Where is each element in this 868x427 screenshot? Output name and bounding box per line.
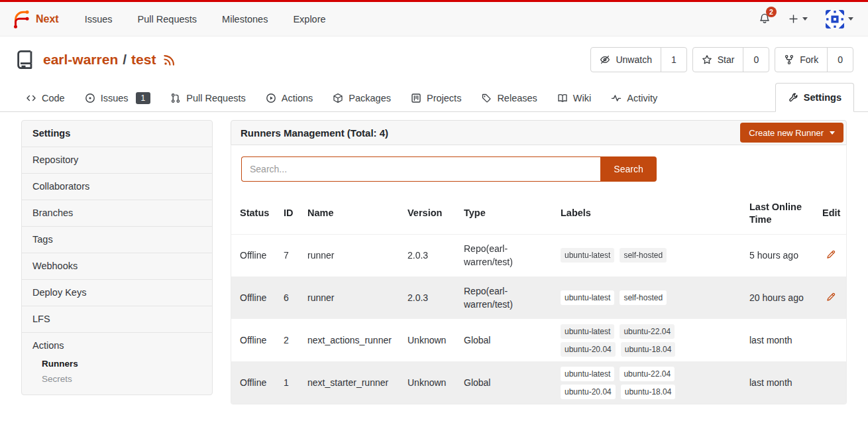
pulse-icon xyxy=(611,93,622,103)
runners-panel: Runners Management (Total: 4) Create new… xyxy=(231,120,847,404)
create-new-runner-button[interactable]: Create new Runner xyxy=(740,123,843,143)
sidebar-item-actions[interactable]: Actions xyxy=(32,340,201,351)
chevron-down-icon xyxy=(802,17,808,21)
runner-last-online: last month xyxy=(749,319,822,361)
star-button-group: Star 0 xyxy=(692,47,769,72)
brand-home-link[interactable]: Next xyxy=(11,9,59,29)
sidebar-item-repository[interactable]: Repository xyxy=(22,147,212,174)
runner-edit xyxy=(822,319,846,361)
runner-labels: ubuntu-latest self-hosted xyxy=(561,234,749,276)
top-navbar: Next Issues Pull Requests Milestones Exp… xyxy=(0,2,868,36)
label-chip: ubuntu-latest xyxy=(561,248,614,263)
rss-icon xyxy=(163,54,176,66)
edit-pencil-icon[interactable] xyxy=(826,249,836,260)
fork-button-group: Fork 0 xyxy=(775,47,853,72)
label-chip: ubuntu-latest xyxy=(561,367,614,381)
fork-button[interactable]: Fork xyxy=(775,48,828,72)
book-icon xyxy=(557,93,568,103)
runner-version: 2.0.3 xyxy=(407,234,464,276)
panel-title: Runners Management (Total: 4) xyxy=(241,127,388,139)
nav-link-pull-requests[interactable]: Pull Requests xyxy=(138,14,197,25)
panel-body: Search Status ID Name Version Type Label… xyxy=(231,145,847,404)
runner-labels: ubuntu-latest ubuntu-22.04 ubuntu-20.04 … xyxy=(561,319,749,361)
tab-wiki[interactable]: Wiki xyxy=(547,84,601,112)
tab-activity[interactable]: Activity xyxy=(601,84,667,112)
code-icon xyxy=(26,93,36,103)
chevron-down-icon xyxy=(830,131,835,135)
search-input[interactable] xyxy=(241,156,600,182)
table-row: Offline 2 next_actions_runner Unknown Gl… xyxy=(231,319,846,361)
runner-last-online: 20 hours ago xyxy=(749,276,822,319)
sidebar-item-webhooks[interactable]: Webhooks xyxy=(22,253,212,280)
runner-name: next_starter_runner xyxy=(307,361,407,404)
label-chip: ubuntu-22.04 xyxy=(620,324,675,339)
runner-last-online: last month xyxy=(749,361,822,404)
sidebar-item-branches[interactable]: Branches xyxy=(22,200,212,227)
label-chip: ubuntu-18.04 xyxy=(621,342,676,357)
repo-owner-link[interactable]: earl-warren xyxy=(43,52,118,68)
search-button[interactable]: Search xyxy=(600,156,657,182)
nav-link-milestones[interactable]: Milestones xyxy=(222,14,268,25)
sidebar-item-tags[interactable]: Tags xyxy=(22,227,212,253)
tab-issues[interactable]: Issues 1 xyxy=(75,84,161,112)
git-fork-icon xyxy=(784,54,794,65)
play-circle-icon xyxy=(266,93,276,103)
repo-title: earl-warren / test xyxy=(43,52,176,68)
tab-settings[interactable]: Settings xyxy=(775,83,854,112)
settings-sidebar: Settings Repository Collaborators Branch… xyxy=(21,120,213,395)
forks-count[interactable]: 0 xyxy=(828,48,853,72)
create-new-menu-button[interactable] xyxy=(788,14,808,24)
create-new-runner-label: Create new Runner xyxy=(749,128,824,138)
tab-packages[interactable]: Packages xyxy=(323,84,401,112)
notifications-button[interactable]: 2 xyxy=(759,12,771,27)
eye-slash-icon xyxy=(600,54,610,65)
tab-code[interactable]: Code xyxy=(16,84,75,112)
sidebar-item-runners[interactable]: Runners xyxy=(42,356,201,371)
nav-link-issues[interactable]: Issues xyxy=(85,14,113,25)
nav-link-explore[interactable]: Explore xyxy=(293,14,325,25)
runner-version: Unknown xyxy=(407,319,464,361)
tag-icon xyxy=(481,93,492,103)
sidebar-item-secrets[interactable]: Secrets xyxy=(42,371,201,387)
tab-releases[interactable]: Releases xyxy=(471,84,547,112)
col-header-labels: Labels xyxy=(561,193,749,234)
star-label: Star xyxy=(718,54,735,65)
sidebar-item-deploy-keys[interactable]: Deploy Keys xyxy=(22,280,212,306)
star-button[interactable]: Star xyxy=(693,48,744,72)
brand-name: Next xyxy=(36,13,59,25)
page-content: Settings Repository Collaborators Branch… xyxy=(0,112,868,404)
runner-id: 6 xyxy=(284,276,307,319)
tab-label: Packages xyxy=(349,93,391,103)
sidebar-item-lfs[interactable]: LFS xyxy=(22,306,212,333)
unwatch-button[interactable]: Unwatch xyxy=(591,48,661,72)
watchers-count[interactable]: 1 xyxy=(661,48,686,72)
table-row: Offline 1 next_starter_runner Unknown Gl… xyxy=(231,361,846,404)
runner-id: 2 xyxy=(284,319,307,361)
user-menu-button[interactable] xyxy=(826,10,853,29)
issue-opened-icon xyxy=(85,93,95,103)
tab-pull-requests[interactable]: Pull Requests xyxy=(160,84,255,112)
notification-count-badge: 2 xyxy=(766,7,777,17)
sidebar-item-collaborators[interactable]: Collaborators xyxy=(22,174,212,200)
col-header-version: Version xyxy=(407,193,464,234)
issues-count-badge: 1 xyxy=(136,92,151,104)
repository-icon xyxy=(15,50,34,70)
stars-count[interactable]: 0 xyxy=(743,48,769,72)
runners-table: Status ID Name Version Type Labels Last … xyxy=(231,193,846,404)
runner-labels: ubuntu-latest ubuntu-22.04 ubuntu-20.04 … xyxy=(561,361,749,404)
rss-feed-button[interactable] xyxy=(163,54,176,66)
tab-projects[interactable]: Projects xyxy=(401,84,471,112)
runner-name: runner xyxy=(307,276,407,319)
table-header-row: Status ID Name Version Type Labels Last … xyxy=(231,193,846,234)
runner-type: Global xyxy=(464,319,561,361)
runner-last-online: 5 hours ago xyxy=(749,234,822,276)
edit-pencil-icon[interactable] xyxy=(826,292,836,302)
repo-name-link[interactable]: test xyxy=(131,52,156,68)
tab-actions[interactable]: Actions xyxy=(256,84,323,112)
tab-label: Code xyxy=(42,93,65,103)
runner-version: 2.0.3 xyxy=(407,276,464,319)
runner-id: 7 xyxy=(284,234,307,276)
tabbar-spacer xyxy=(667,83,775,111)
tab-label: Issues xyxy=(101,93,129,103)
settings-tools-icon xyxy=(788,92,798,103)
